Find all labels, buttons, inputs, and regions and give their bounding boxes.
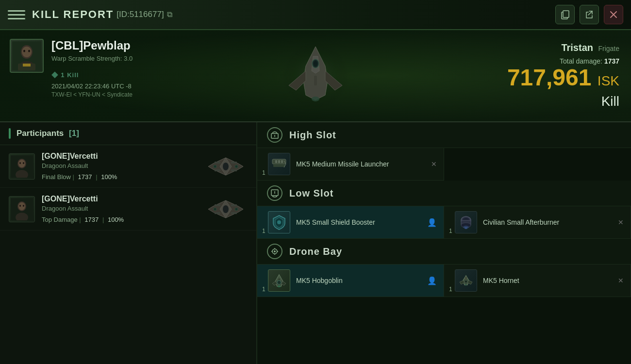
- participant-name: [GONE]Vercetti: [42, 195, 204, 203]
- pilot-name: [CBL]Pewblap: [51, 39, 194, 53]
- isk-label: ISK: [598, 73, 619, 88]
- svg-point-22: [214, 165, 216, 168]
- svg-rect-26: [215, 162, 220, 164]
- copy-icon[interactable]: ⧉: [167, 10, 172, 19]
- item-icon: [455, 269, 477, 292]
- person-icon: 👤: [427, 276, 437, 285]
- svg-rect-39: [215, 204, 220, 206]
- equipment-item[interactable]: 1 MK5 H: [444, 265, 631, 297]
- ship-type: Frigate: [598, 45, 619, 52]
- svg-point-17: [18, 160, 25, 167]
- close-icon[interactable]: ✕: [618, 277, 624, 284]
- participant-stats: Top Damage | 1737 | 100%: [42, 216, 204, 223]
- svg-point-31: [19, 205, 21, 207]
- participants-panel: Participants [1] [GONE]Vercetti Dragoon …: [0, 122, 257, 364]
- svg-point-21: [223, 163, 229, 170]
- close-icon[interactable]: ✕: [618, 218, 624, 226]
- svg-point-34: [223, 205, 229, 213]
- svg-rect-1: [563, 11, 569, 17]
- item-qty: 1: [262, 286, 266, 293]
- page-title: KILL REPORT: [32, 8, 114, 21]
- menu-button[interactable]: [8, 6, 25, 23]
- item-qty: 1: [262, 169, 266, 176]
- participant-ship: Dragoon Assault: [42, 162, 204, 169]
- high-slot-icon: [267, 127, 282, 143]
- drone-bay-title: Drone Bay: [289, 246, 342, 257]
- svg-rect-40: [215, 212, 220, 214]
- item-name: MK5 Small Shield Booster: [296, 218, 423, 226]
- svg-point-36: [235, 208, 238, 211]
- equipment-panel: High Slot 1: [257, 122, 631, 364]
- svg-point-58: [274, 250, 276, 252]
- svg-point-6: [23, 50, 25, 52]
- slot-header-low: Low Slot: [257, 181, 631, 206]
- svg-rect-27: [215, 169, 220, 171]
- share-button[interactable]: [580, 5, 599, 24]
- participant-info: [GONE]Vercetti Dragoon Assault Final Blo…: [42, 152, 204, 181]
- svg-point-63: [277, 281, 281, 284]
- participant-info: [GONE]Vercetti Dragoon Assault Top Damag…: [42, 195, 204, 223]
- damage-label: Total damage: 1737: [507, 57, 619, 65]
- svg-rect-37: [231, 204, 237, 206]
- svg-rect-24: [231, 162, 237, 164]
- slot-section-drone: Drone Bay 1: [257, 239, 631, 297]
- svg-point-64: [278, 285, 281, 287]
- svg-point-50: [277, 220, 281, 224]
- slot-header-drone: Drone Bay: [257, 239, 631, 265]
- participants-title: Participants [1]: [17, 129, 79, 138]
- svg-point-67: [465, 284, 467, 286]
- pilot-kills: ◆ 1 Kill: [51, 69, 194, 80]
- item-name: MK5 Hobgoblin: [296, 277, 423, 284]
- hero-right: Tristan Frigate Total damage: 1737 717,9…: [496, 30, 631, 121]
- participant-item[interactable]: [GONE]Vercetti Dragoon Assault Top Damag…: [0, 188, 256, 231]
- participants-header: Participants [1]: [0, 122, 256, 145]
- svg-point-56: [465, 227, 467, 229]
- participant-name: [GONE]Vercetti: [42, 152, 204, 161]
- pilot-avatar: [10, 39, 44, 73]
- equipment-item[interactable]: 1 Civilian Small After: [444, 206, 631, 239]
- svg-point-14: [314, 61, 317, 66]
- drone-bay-items: 1 MK5 H: [257, 265, 631, 297]
- person-icon: 👤: [427, 218, 437, 227]
- svg-point-19: [23, 162, 24, 164]
- svg-rect-25: [231, 169, 237, 171]
- item-name: MK5 Hornet: [483, 277, 614, 284]
- header-accent-bar: [9, 128, 11, 139]
- participant-ship: Dragoon Assault: [42, 205, 204, 212]
- slot-header-high: High Slot: [257, 122, 631, 148]
- high-slot-title: High Slot: [289, 130, 336, 141]
- svg-point-18: [19, 162, 21, 164]
- close-button[interactable]: [604, 5, 623, 24]
- main-body: Participants [1] [GONE]Vercetti Dragoon …: [0, 122, 631, 364]
- ship-visual: [277, 37, 354, 115]
- participant-item[interactable]: [GONE]Vercetti Dragoon Assault Final Blo…: [0, 145, 256, 188]
- item-icon: [268, 211, 290, 233]
- high-slot-items: 1 MK5 Medium Missile Launcher: [257, 148, 631, 181]
- pilot-location: TXW-EI < YFN-UN < Syndicate: [51, 91, 194, 98]
- svg-rect-38: [231, 212, 237, 214]
- pilot-info: [CBL]Pewblap Warp Scramble Strength: 3.0…: [51, 39, 194, 98]
- close-icon[interactable]: ✕: [431, 160, 437, 168]
- equipment-item[interactable]: 1 MK5 Medium Missile Launcher: [257, 148, 444, 181]
- header: KILL REPORT [ID:5116677] ⧉: [0, 0, 631, 30]
- header-actions: [555, 5, 623, 24]
- svg-rect-66: [465, 277, 467, 280]
- svg-point-11: [312, 97, 319, 101]
- slot-section-high: High Slot 1: [257, 122, 631, 181]
- isk-value: 717,961: [507, 65, 592, 90]
- item-icon: [268, 269, 290, 292]
- equipment-item[interactable]: 1 MK5 H: [257, 265, 444, 297]
- low-slot-title: Low Slot: [289, 188, 333, 199]
- drone-bay-icon: [267, 244, 282, 259]
- slot-section-low: Low Slot 1 MK5 Small Shield Booster 👤: [257, 181, 631, 239]
- ship-name: Tristan: [561, 42, 593, 53]
- participant-avatar: [9, 196, 35, 222]
- svg-point-23: [235, 165, 238, 168]
- svg-point-35: [214, 208, 216, 211]
- outcome-label: Kill: [507, 94, 619, 109]
- equipment-item[interactable]: 1 MK5 Small Shield Booster 👤: [257, 206, 444, 239]
- svg-rect-47: [281, 160, 283, 163]
- copy-button[interactable]: [555, 5, 575, 24]
- svg-point-5: [22, 47, 32, 57]
- participant-ship-image: [204, 197, 248, 221]
